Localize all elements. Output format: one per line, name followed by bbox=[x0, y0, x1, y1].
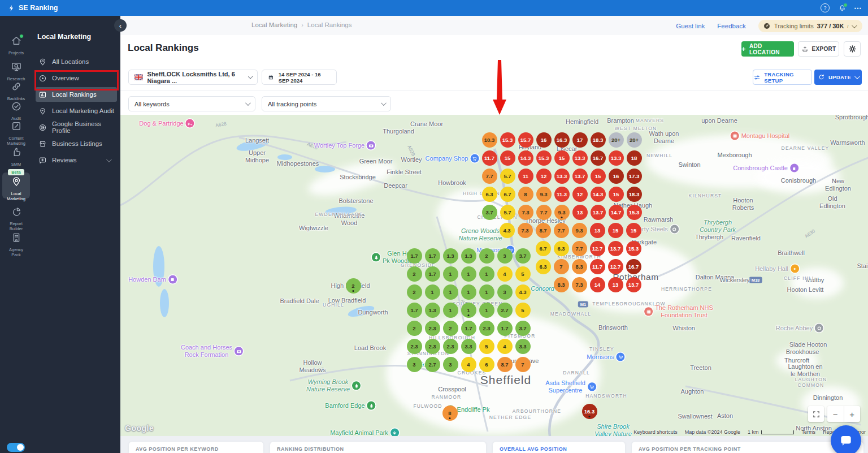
map-ranking-bubble[interactable]: 8.7 bbox=[497, 357, 513, 372]
map-ranking-bubble[interactable]: 20+ bbox=[609, 132, 624, 148]
map-ranking-bubble[interactable]: 8.3 bbox=[554, 277, 569, 292]
more-menu-icon[interactable]: ⋯ bbox=[851, 0, 865, 16]
zoom-in-button[interactable]: + bbox=[844, 406, 861, 422]
sidebar-collapse-button[interactable]: ‹ bbox=[114, 19, 127, 32]
map-ranking-bubble[interactable]: 7.7 bbox=[554, 223, 569, 238]
map-ranking-bubble[interactable]: 1 bbox=[425, 284, 440, 300]
map-ranking-bubble[interactable]: 1 bbox=[443, 303, 458, 318]
map-ranking-bubble[interactable]: 2.7 bbox=[497, 303, 513, 318]
sidebar-item-all-locations[interactable]: All Locations bbox=[36, 54, 117, 69]
map-ranking-bubble[interactable]: 1.3 bbox=[461, 248, 476, 264]
map-ranking-bubble[interactable]: 1 bbox=[461, 266, 476, 282]
map-ranking-bubble[interactable]: 12 bbox=[572, 187, 588, 202]
map-ranking-bubble[interactable]: 6.3 bbox=[554, 241, 569, 256]
new-menu-ui-toggle[interactable] bbox=[7, 443, 25, 452]
map-ranking-bubble[interactable]: 16.3 bbox=[554, 132, 570, 148]
map-ranking-bubble[interactable]: 2 bbox=[407, 284, 422, 300]
map-fullscreen-button[interactable] bbox=[808, 406, 824, 422]
map-ranking-bubble[interactable]: 4.3 bbox=[500, 223, 515, 238]
map-ranking-bubble[interactable]: 13.7 bbox=[591, 205, 606, 220]
map-ranking-bubble[interactable]: 11 bbox=[518, 169, 533, 184]
map-ranking-bubble[interactable]: 6.3 bbox=[482, 187, 497, 202]
map-ranking-bubble[interactable]: 1 bbox=[443, 266, 458, 282]
map-ranking-bubble[interactable]: 6.3 bbox=[536, 259, 551, 274]
date-range-picker[interactable]: 14 SEP 2024 - 16 SEP 2024 bbox=[262, 70, 337, 85]
map-ranking-bubble[interactable]: 1.7 bbox=[497, 321, 513, 336]
map-ranking-bubble[interactable]: 7.7 bbox=[536, 205, 552, 220]
settings-gear-button[interactable] bbox=[844, 41, 861, 57]
map-ranking-bubble[interactable]: 11.7 bbox=[482, 150, 497, 166]
map-ranking-bubble[interactable]: 5.7 bbox=[500, 205, 515, 220]
map-ranking-bubble[interactable]: 14.3 bbox=[518, 150, 533, 166]
map-ranking-bubble[interactable]: 12 bbox=[536, 169, 552, 184]
map-ranking-bubble[interactable]: 5 bbox=[515, 303, 531, 318]
map-ranking-bubble[interactable]: 3.7 bbox=[482, 205, 497, 220]
map-ranking-bubble[interactable]: 5.7 bbox=[500, 169, 515, 184]
map-ranking-bubble[interactable]: 4 bbox=[461, 357, 476, 372]
map-ranking-bubble[interactable]: 13.7 bbox=[572, 169, 588, 184]
map-ranking-bubble[interactable]: 2 bbox=[407, 266, 422, 282]
sidebar-item-overview[interactable]: Overview bbox=[36, 71, 117, 85]
map-ranking-bubble[interactable]: 15.3 bbox=[627, 205, 642, 220]
map-ranking-bubble[interactable]: 7 bbox=[554, 259, 569, 274]
map-attribution-item[interactable]: Keyboard shortcuts bbox=[633, 429, 678, 435]
map-ranking-bubble[interactable]: 1 bbox=[479, 284, 494, 300]
map-ranking-bubble[interactable]: 4 bbox=[497, 339, 513, 354]
map-ranking-bubble[interactable]: 5 bbox=[515, 266, 531, 282]
map-ranking-bubble[interactable]: 15 bbox=[626, 223, 641, 238]
rail-item-content-marketing[interactable]: Content Marketing bbox=[0, 120, 32, 146]
map-ranking-bubble[interactable]: 18 bbox=[627, 150, 642, 166]
map-ranking-bubble[interactable]: 17.3 bbox=[627, 169, 642, 184]
local-rankings-map[interactable]: A628A616A629A61A57A630M1M18ThurgolandCra… bbox=[120, 115, 868, 436]
map-ranking-bubble[interactable]: 1 bbox=[461, 303, 476, 318]
map-ranking-bubble[interactable]: 3.7 bbox=[515, 321, 531, 336]
map-ranking-bubble[interactable]: 2.3 bbox=[425, 321, 440, 336]
google-logo[interactable]: Google bbox=[125, 424, 154, 433]
map-ranking-bubble[interactable]: 16.7 bbox=[626, 259, 641, 274]
map-ranking-bubble[interactable]: 15.3 bbox=[500, 132, 515, 148]
map-ranking-bubble[interactable]: 4 bbox=[497, 266, 513, 282]
map-ranking-bubble[interactable]: 13.3 bbox=[609, 150, 624, 166]
map-ranking-bubble[interactable]: 8.3 bbox=[572, 259, 587, 274]
map-ranking-bubble[interactable]: 2.3 bbox=[425, 339, 440, 354]
map-ranking-bubble[interactable]: 11.3 bbox=[554, 187, 570, 202]
map-ranking-bubble[interactable]: 10.3 bbox=[482, 132, 497, 148]
map-ranking-bubble[interactable]: 8 bbox=[518, 187, 533, 202]
rail-item-audit[interactable]: Audit bbox=[0, 101, 32, 121]
map-ranking-bubble[interactable]: 18.3 bbox=[627, 187, 642, 202]
sidebar-item-business-listings[interactable]: Business Listings bbox=[36, 136, 117, 151]
map-ranking-bubble[interactable]: 15.3 bbox=[626, 241, 641, 256]
map-ranking-bubble[interactable]: 1.7 bbox=[407, 248, 422, 264]
map-ranking-bubble[interactable]: 1.3 bbox=[425, 303, 440, 318]
map-ranking-bubble[interactable]: 15 bbox=[554, 150, 570, 166]
rail-item-projects[interactable]: Projects bbox=[0, 35, 32, 55]
rail-item-local-marketing[interactable]: Local Marketing bbox=[0, 176, 32, 202]
map-ranking-bubble[interactable]: 20+ bbox=[627, 132, 642, 148]
map-ranking-bubble[interactable]: 12.7 bbox=[608, 259, 623, 274]
map-ranking-bubble[interactable]: 14 bbox=[590, 277, 605, 292]
map-ranking-bubble[interactable]: 7 bbox=[515, 357, 531, 372]
map-ranking-bubble[interactable]: 16 bbox=[536, 132, 552, 148]
map-ranking-bubble[interactable]: 2 bbox=[443, 321, 458, 336]
map-ranking-bubble[interactable]: 13 bbox=[590, 223, 605, 238]
guest-link[interactable]: Guest link bbox=[676, 23, 705, 29]
map-ranking-bubble[interactable]: 1.7 bbox=[407, 303, 422, 318]
map-ranking-bubble[interactable]: 15.3 bbox=[536, 150, 552, 166]
map-ranking-bubble[interactable]: 2 bbox=[479, 248, 494, 264]
map-ranking-bubble[interactable]: 14.7 bbox=[609, 205, 624, 220]
brand-logo[interactable]: SE Ranking bbox=[8, 4, 58, 12]
chat-widget-button[interactable] bbox=[831, 425, 861, 453]
rail-item-agency-pack[interactable]: Agency Pack bbox=[0, 232, 32, 258]
rail-item-smm[interactable]: SMMBeta bbox=[0, 146, 32, 175]
map-ranking-bubble[interactable]: 3 bbox=[443, 357, 458, 372]
zoom-out-button[interactable]: − bbox=[827, 406, 844, 422]
map-ranking-bubble[interactable]: 2.3 bbox=[407, 339, 422, 354]
map-ranking-bubble[interactable]: 3.3 bbox=[461, 339, 476, 354]
map-ranking-bubble[interactable]: 13 bbox=[608, 277, 623, 292]
map-ranking-bubble[interactable]: 6.7 bbox=[536, 241, 551, 256]
sidebar-item-local-marketing-audit[interactable]: Local Marketing Audit bbox=[36, 103, 117, 118]
map-ranking-bubble[interactable]: 15 bbox=[591, 169, 606, 184]
map-ranking-bubble[interactable]: 12.7 bbox=[590, 241, 605, 256]
map-ranking-bubble[interactable]: 9.3 bbox=[536, 187, 552, 202]
map-ranking-bubble[interactable]: 3.3 bbox=[515, 339, 531, 354]
